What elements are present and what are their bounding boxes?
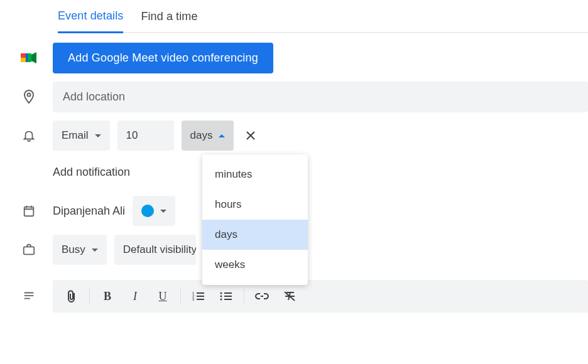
link-button[interactable] <box>249 285 275 308</box>
chevron-down-icon <box>95 134 101 137</box>
unit-option-minutes[interactable]: minutes <box>202 159 308 190</box>
unit-option-weeks[interactable]: weeks <box>202 250 308 280</box>
visibility-label: Default visibility <box>123 244 196 256</box>
bell-icon <box>20 129 38 142</box>
chevron-down-icon <box>92 249 98 252</box>
clear-formatting-button[interactable] <box>277 285 302 308</box>
italic-button[interactable]: I <box>122 285 148 308</box>
attach-button[interactable] <box>59 285 84 308</box>
visibility-select[interactable]: Default visibility <box>114 235 196 265</box>
svg-point-13 <box>220 299 222 301</box>
tab-event-details[interactable]: Event details <box>58 9 123 33</box>
calendar-owner: Dipanjenah Ali <box>53 205 125 218</box>
svg-rect-4 <box>26 53 28 62</box>
numbered-list-button[interactable]: 123 <box>186 285 211 308</box>
remove-notification-button[interactable] <box>241 126 260 145</box>
editor-toolbar: B I U 123 <box>53 280 588 313</box>
unit-dropdown: minutes hours days weeks <box>202 154 308 285</box>
location-icon <box>20 89 38 104</box>
svg-point-12 <box>220 296 222 297</box>
chevron-up-icon <box>219 134 225 137</box>
svg-point-5 <box>28 94 31 97</box>
notification-method-label: Email <box>62 129 89 142</box>
bold-button[interactable]: B <box>95 285 120 308</box>
meet-icon <box>20 51 38 65</box>
calendar-icon <box>20 204 38 218</box>
svg-rect-7 <box>24 247 35 254</box>
svg-rect-6 <box>24 207 34 217</box>
busy-label: Busy <box>62 244 85 256</box>
tab-find-a-time[interactable]: Find a time <box>141 10 197 32</box>
calendar-color-select[interactable] <box>133 196 175 226</box>
svg-point-11 <box>220 292 222 294</box>
svg-text:3: 3 <box>192 297 195 301</box>
color-dot <box>141 205 154 217</box>
briefcase-icon <box>20 243 38 257</box>
notification-unit-select[interactable]: days <box>182 120 234 151</box>
bullet-list-button[interactable] <box>214 285 239 308</box>
notification-value-input[interactable] <box>117 120 174 151</box>
chevron-down-icon <box>160 210 166 213</box>
underline-button[interactable]: U <box>150 285 175 308</box>
tabs: Event details Find a time <box>58 0 588 33</box>
unit-option-hours[interactable]: hours <box>202 190 308 220</box>
description-icon <box>20 289 38 303</box>
svg-marker-3 <box>31 52 36 63</box>
busy-select[interactable]: Busy <box>53 235 107 265</box>
notification-unit-label: days <box>190 129 213 142</box>
location-input[interactable] <box>53 82 588 112</box>
svg-rect-0 <box>21 53 26 58</box>
add-meet-button[interactable]: Add Google Meet video conferencing <box>53 43 273 73</box>
notification-method-select[interactable]: Email <box>53 120 110 151</box>
svg-rect-1 <box>21 58 26 62</box>
add-notification-button[interactable]: Add notification <box>53 159 130 185</box>
unit-option-days[interactable]: days <box>202 220 308 250</box>
